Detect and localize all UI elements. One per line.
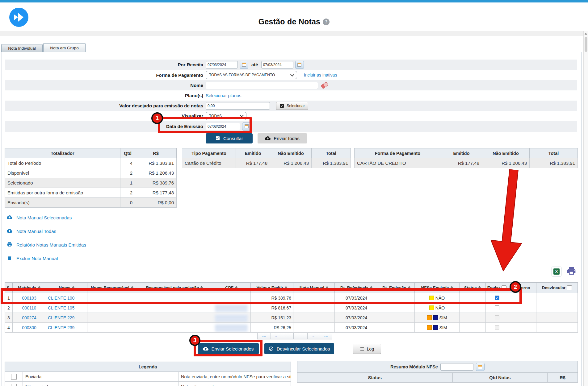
nome-link[interactable]: CLIENTE 229 xyxy=(46,313,87,323)
nao-emitido-header: Não Emitido xyxy=(270,148,312,158)
legenda-table: Legenda Enviada Nota enviada, entre no m… xyxy=(5,362,291,386)
nfse-status-swatch xyxy=(433,325,438,330)
resumo-nfse-title: Resumo Módulo NFSe xyxy=(390,364,438,369)
col-responsavel-emissao[interactable]: Responsável pela emissão xyxy=(137,283,212,293)
forma-pagamento-select[interactable]: TODAS AS FORMAS DE PAGAMENTO xyxy=(206,71,297,79)
tab-nota-individual[interactable]: Nota Individual xyxy=(1,44,43,52)
excluir-nota-manual-link[interactable]: Excluir Nota Manual xyxy=(7,255,58,262)
legenda-row: Não enviada Nota não enviada xyxy=(5,382,291,386)
help-icon[interactable]: ? xyxy=(323,19,330,25)
table-row[interactable]: 2 000110 CLIENTE 105 R$ 816,67 07/03/202… xyxy=(5,303,578,313)
col-desvincular[interactable]: Desvincular xyxy=(536,283,578,293)
export-excel-icon[interactable]: X xyxy=(552,267,561,276)
matricula-link[interactable]: 000110 xyxy=(13,303,46,313)
resumo-status-header: Status xyxy=(297,373,453,383)
desvincular-selecionados-button[interactable]: Desvincular Selecionados xyxy=(264,343,334,354)
calendar-icon[interactable] xyxy=(240,61,248,69)
matricula-link[interactable]: 000103 xyxy=(13,293,46,303)
vertical-scrollbar[interactable] xyxy=(583,31,588,386)
cpf-redacted-blur xyxy=(215,314,248,322)
col-nota-manual[interactable]: Nota Manual xyxy=(293,283,335,293)
matricula-link[interactable]: 000274 xyxy=(13,313,46,323)
nota-manual-todas-link[interactable]: Nota Manual Todas xyxy=(7,228,56,235)
matricula-link[interactable]: 000300 xyxy=(13,323,46,333)
calendar-icon[interactable] xyxy=(476,363,485,371)
checkbox-check-icon xyxy=(215,136,220,141)
calendar-icon[interactable] xyxy=(295,61,304,69)
legenda-row: Enviada Nota enviada, entre no módulo NF… xyxy=(5,372,291,382)
log-button[interactable]: Log xyxy=(353,344,381,354)
cpf-cell xyxy=(212,293,251,303)
enviar-checkbox[interactable] xyxy=(495,305,499,310)
eraser-icon[interactable] xyxy=(321,82,328,89)
table-row[interactable]: 3 000274 CLIENTE 229 R$ 151,23 07/03/202… xyxy=(5,313,578,323)
totalizador-row: Total do Período4R$ 1.383,91 xyxy=(5,158,177,168)
filter-row-forma-pagamento: Forma de Pagamento TODAS AS FORMAS DE PA… xyxy=(5,70,577,80)
emitido-header: Emitido xyxy=(441,148,482,158)
enviar-selecionados-button[interactable]: Enviar Selecionados xyxy=(198,343,259,354)
por-receita-to-input[interactable] xyxy=(261,61,293,68)
col-dt-emissao[interactable]: Dt. Emissão xyxy=(378,283,415,293)
cpf-cell xyxy=(212,303,251,313)
por-receita-from-input[interactable] xyxy=(206,61,238,68)
tab-nota-em-grupo[interactable]: Nota em Grupo xyxy=(43,43,86,52)
enviar-checkbox[interactable] xyxy=(495,296,499,300)
col-nome[interactable]: Nome xyxy=(46,283,87,293)
resumo-nfse-date-input[interactable] xyxy=(440,363,473,371)
scroll-up-arrow-icon[interactable] xyxy=(585,33,587,35)
col-cpf[interactable]: CPF xyxy=(212,283,251,293)
col-matricula[interactable]: Matrícula xyxy=(13,283,46,293)
calendar-icon[interactable] xyxy=(242,122,251,131)
notas-table: S. Matrícula Nome Nome Responsável Respo… xyxy=(5,282,578,333)
nome-link[interactable]: CLIENTE 100 xyxy=(46,293,87,303)
desvincular-all-checkbox[interactable] xyxy=(567,285,572,290)
selecionar-planos-link[interactable]: Selecionar planos xyxy=(206,93,241,98)
page-last-button[interactable]: »» xyxy=(319,333,332,339)
totalizador-row: Emitidas por outra forma de emissão2R$ 1… xyxy=(5,188,177,198)
printer-icon xyxy=(7,242,12,248)
filter-row-por-receita: Por Receita até xyxy=(5,60,577,70)
selecionar-button[interactable]: Selecionar xyxy=(276,102,308,110)
consultar-button[interactable]: Consultar xyxy=(206,133,253,143)
total-header: Total xyxy=(530,148,578,158)
relatorio-notas-manuais-link[interactable]: Relatório Notas Manuais Emitidas xyxy=(7,242,86,248)
nota-manual-selecionadas-link[interactable]: Nota Manual Selecionadas xyxy=(7,214,72,221)
cloud-upload-icon xyxy=(203,346,208,351)
data-emissao-input[interactable] xyxy=(206,123,240,130)
page-prev-button[interactable]: « xyxy=(271,333,282,339)
col-nfse-enviada[interactable]: NFSe Enviada xyxy=(415,283,460,293)
forma-pagamento-value: TODAS AS FORMAS DE PAGAMENTO xyxy=(209,73,275,77)
nome-link[interactable]: CLIENTE 239 xyxy=(46,323,87,333)
nfse-status-swatch xyxy=(427,315,432,320)
scrollbar-thumb[interactable] xyxy=(585,37,587,52)
col-enviar[interactable]: Enviar xyxy=(486,283,508,293)
nome-link[interactable]: CLIENTE 105 xyxy=(46,303,87,313)
sort-icon xyxy=(408,286,410,290)
col-status[interactable]: Status xyxy=(460,283,486,293)
rs-header: R$ xyxy=(135,148,177,158)
col-valor-emitir[interactable]: Valor a Emitir xyxy=(251,283,293,293)
col-nome-responsavel[interactable]: Nome Responsável xyxy=(87,283,137,293)
incluir-inativas-link[interactable]: Incluir as inativas xyxy=(304,73,337,77)
legenda-title: Legenda xyxy=(5,362,291,372)
ate-label: até xyxy=(251,62,258,67)
page-next-button[interactable]: » xyxy=(308,333,319,339)
col-dt-referencia[interactable]: Dt. Referência xyxy=(335,283,378,293)
enviar-todas-button[interactable]: Enviar todas xyxy=(258,133,307,143)
sort-icon xyxy=(235,286,237,290)
page-first-button[interactable]: «« xyxy=(257,333,271,339)
visualizar-select[interactable]: TODAS xyxy=(206,112,246,120)
enviar-all-checkbox[interactable] xyxy=(502,285,506,290)
table-row[interactable]: 4 000300 CLIENTE 239 R$ 26,25 07/03/2024… xyxy=(5,323,578,333)
print-icon[interactable] xyxy=(566,266,577,276)
nome-input[interactable] xyxy=(206,82,318,89)
table-row[interactable]: 1 000103 CLIENTE 100 R$ 389,76 07/03/202… xyxy=(5,293,578,303)
filter-actions-row: Consultar Enviar todas xyxy=(5,133,577,144)
page-cell xyxy=(294,333,308,339)
chevron-down-icon xyxy=(240,113,244,117)
valor-desejado-input[interactable] xyxy=(206,102,270,110)
totalizador-header: Totalizador xyxy=(5,148,120,158)
sort-icon xyxy=(38,286,40,290)
forma-pagamento-header: Forma de Pagamento xyxy=(355,148,441,158)
totalizador-row: Disponível2R$ 1.206,43 xyxy=(5,168,177,178)
